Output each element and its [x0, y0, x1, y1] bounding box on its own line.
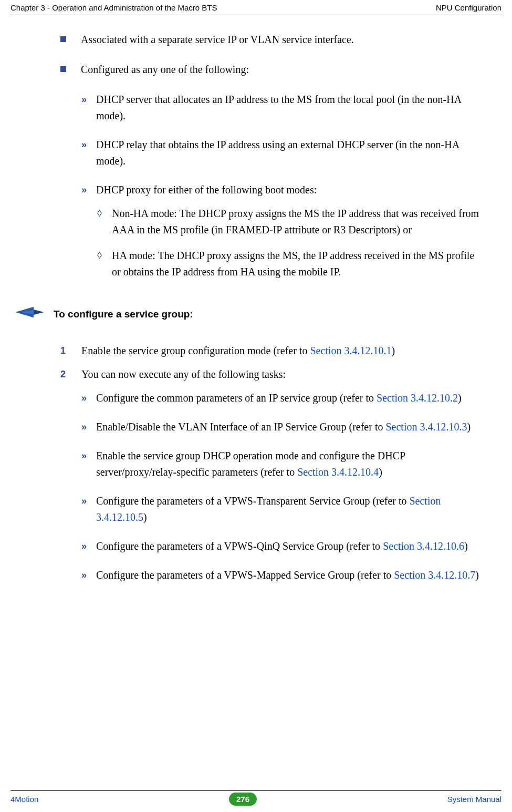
- section-link[interactable]: Section 3.4.12.10.6: [383, 540, 464, 552]
- section-link[interactable]: Section 3.4.12.10.3: [385, 421, 467, 433]
- chevron-icon: »: [81, 420, 96, 435]
- sub-bullet-text: DHCP proxy for either of the following b…: [96, 182, 317, 198]
- chevron-icon: »: [81, 494, 96, 509]
- task-text: Enable/Disable the VLAN Interface of an …: [96, 419, 471, 435]
- sub-bullet-text: DHCP server that allocates an IP address…: [96, 91, 480, 124]
- header-chapter: Chapter 3 - Operation and Administration…: [11, 3, 217, 12]
- chevron-icon: »: [81, 568, 96, 583]
- chevron-icon: »: [81, 539, 96, 554]
- diamond-icon: ◊: [97, 249, 112, 263]
- section-link[interactable]: Section 3.4.12.10.7: [394, 569, 475, 581]
- section-link[interactable]: Section 3.4.12.10.1: [310, 345, 391, 356]
- step-text: Enable the service group configuration m…: [81, 343, 395, 359]
- bullet-text: Associated with a separate service IP or…: [81, 32, 354, 48]
- chevron-icon: »: [81, 138, 96, 152]
- page-number-badge: 276: [229, 793, 257, 806]
- footer-rule: [11, 790, 501, 791]
- task-text: Configure the common parameters of an IP…: [96, 390, 462, 406]
- header-section: NPU Configuration: [436, 3, 501, 12]
- chevron-icon: »: [81, 92, 96, 107]
- task-text: Enable the service group DHCP operation …: [96, 448, 480, 480]
- task-text: Configure the parameters of a VPWS-Mappe…: [96, 567, 479, 583]
- task-text: Configure the parameters of a VPWS-Trans…: [96, 493, 480, 526]
- procedure-arrow-icon: [16, 305, 44, 324]
- bullet-text: Configured as any one of the following:: [81, 61, 249, 78]
- square-bullet-icon: [60, 66, 66, 72]
- step-number: 2: [60, 367, 81, 382]
- svg-marker-3: [34, 310, 44, 315]
- sub-bullet-text: DHCP relay that obtains the IP address u…: [96, 137, 480, 169]
- step-number: 1: [60, 344, 81, 358]
- diamond-text: HA mode: The DHCP proxy assigns the MS, …: [112, 248, 480, 280]
- header-rule: [11, 15, 501, 15]
- chevron-icon: »: [81, 183, 96, 198]
- footer-doc-title: System Manual: [447, 795, 501, 804]
- section-link[interactable]: Section 3.4.12.10.2: [377, 392, 458, 404]
- procedure-title: To configure a service group:: [54, 306, 193, 322]
- footer-product: 4Motion: [11, 795, 38, 804]
- square-bullet-icon: [60, 36, 66, 42]
- task-text: Configure the parameters of a VPWS-QinQ …: [96, 538, 468, 554]
- diamond-text: Non-HA mode: The DHCP proxy assigns the …: [112, 205, 480, 238]
- step-text: You can now execute any of the following…: [81, 366, 286, 383]
- section-link[interactable]: Section 3.4.12.10.4: [297, 466, 379, 478]
- chevron-icon: »: [81, 449, 96, 464]
- chevron-icon: »: [81, 391, 96, 406]
- diamond-icon: ◊: [97, 207, 112, 221]
